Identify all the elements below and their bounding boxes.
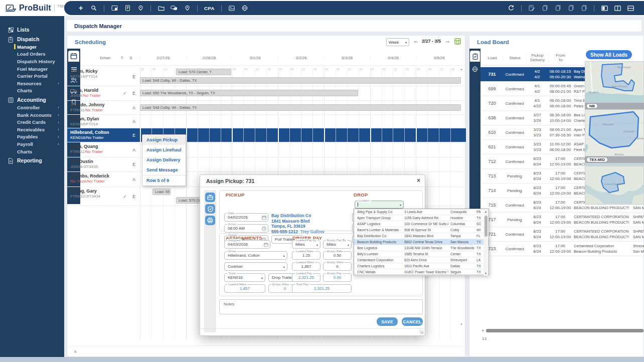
save-button[interactable]: SAVE <box>377 317 398 326</box>
driver-row-phan-quang[interactable]: Phan, QuangFTR011/No TrailerA <box>67 142 466 157</box>
empty-pay-field[interactable]: Empty Pay0.00 <box>323 273 352 282</box>
driver-timeline[interactable]: Load: 548 Colby, WI - Dallas, TX <box>140 101 462 114</box>
driver-timeline[interactable] <box>140 142 462 157</box>
driver-row-hillebrand-colton[interactable]: Hillebrand, ColtonKEN016/No TrailerE <box>67 128 466 142</box>
print-button[interactable] <box>205 216 215 225</box>
location-option-bay-distribution-co[interactable]: Bay Distribution Co1841 Massaro BlvdTamp… <box>354 233 489 239</box>
sidebar-item-credit-cards[interactable]: Credit Cards‹ <box>0 118 64 126</box>
layout-split-icon[interactable] <box>601 5 608 12</box>
driver-row-betts-harold[interactable]: Betts, HaroldJI3434/No Trailer✓ELoad: 65… <box>67 86 466 101</box>
load-map-icon[interactable] <box>469 64 480 75</box>
driver-timeline[interactable] <box>140 128 462 142</box>
sidebar-item-dispatch[interactable]: Dispatch <box>0 35 64 43</box>
menu-item-assign-pickup[interactable]: Assign Pickup <box>142 135 186 145</box>
location-option-certainteed-corporation[interactable]: Certainteed Corporation620 Aero DriveShr… <box>354 257 489 263</box>
dropdown-scrollbar[interactable]: ▲▼ <box>484 210 488 275</box>
close-icon[interactable]: × <box>417 177 420 184</box>
calendar-export-icon[interactable] <box>454 38 461 45</box>
location-option-cnc-metals[interactable]: CNC MetalsGVEC Power Tower Electric V...… <box>354 269 489 275</box>
cancel-button[interactable]: CANCEL <box>402 317 423 326</box>
next-week-button[interactable]: → <box>445 38 450 44</box>
layout-columns-icon[interactable] <box>614 5 621 12</box>
sidebar-item-load-orders[interactable]: Load Orders <box>0 51 64 58</box>
assigned-date-field[interactable]: Assigned04/03/2026 <box>224 240 270 249</box>
sidebar-item-carrier-portal[interactable]: Carrier Portal <box>0 72 64 80</box>
horizontal-scrollbar[interactable]: ◄ <box>481 329 643 333</box>
scrollbar-thumb[interactable] <box>485 216 488 237</box>
location-option-billy-s-lumber[interactable]: Billy's Lumber1585 Tenaha StCenterTX <box>354 251 489 257</box>
location-option-asap-logistics[interactable]: ASAP Logistics100 Commerce Dr NE Suite A… <box>354 221 489 227</box>
loaded-pay-by-select[interactable]: Loaded Pay ByMiles▾ <box>292 240 320 249</box>
resize-handle[interactable] <box>420 330 423 334</box>
sidebar-item-charts[interactable]: Charts <box>0 148 64 155</box>
driver-row-baton-ricky[interactable]: Baton, RickyFRT014/FT014ELoad: 570 Cente… <box>67 67 466 86</box>
load-bar[interactable]: Load: 650 The Woodlands, TX - Seguin, TX <box>140 90 358 96</box>
load-bar[interactable]: Load: 548 Colby, WI - Dallas, TX <box>140 77 461 84</box>
load-row-721[interactable]: 721Confirmed8/238/2417:0012:00-19:00CERT… <box>480 227 644 242</box>
scrollbar-thumb[interactable] <box>486 329 643 332</box>
modal-title-bar[interactable]: Assign Pickup: 731 <box>200 175 425 187</box>
notes-input[interactable]: Notes <box>219 299 423 314</box>
location-option-baum-s-lumber-materials[interactable]: Baum's Lumber & Materials508 W Spence St… <box>354 227 489 233</box>
drop-location-select[interactable]: Location▾ <box>355 201 404 209</box>
sidebar-item-lists[interactable]: Lists <box>0 26 64 34</box>
driver-select[interactable]: DriverHillebrand, Colton▾ <box>224 251 287 260</box>
loads-tab-icon[interactable] <box>470 51 480 62</box>
sidebar-item-reporting[interactable]: Reporting <box>0 156 64 164</box>
view-select[interactable]: Week ▾ <box>386 38 409 46</box>
doc-book-icon[interactable] <box>580 5 587 12</box>
driver-timeline[interactable] <box>140 115 462 128</box>
map-pin-icon[interactable] <box>184 5 191 12</box>
globe-icon[interactable] <box>241 5 248 12</box>
total-pay-field[interactable]: Total Pay2,321.25 <box>292 284 352 293</box>
empty-pay-by-select[interactable]: Empty Pay ByMiles▾ <box>323 240 352 249</box>
sidebar-item-manager[interactable]: Manager <box>0 43 64 51</box>
loaded-miles-field[interactable]: Loaded Miles1,857 <box>224 284 265 293</box>
calendar-tab-icon[interactable] <box>68 51 79 62</box>
codriver-select[interactable]: Codriver▾ <box>224 262 287 271</box>
load-bar[interactable]: Load: 570 Center, T <box>176 69 231 75</box>
driver-row-brown-dylan[interactable]: Brown, DylanKEN016/FT014A <box>67 115 466 128</box>
sidebar-item-fuel-manager[interactable]: Fuel Manager <box>0 65 64 73</box>
sidebar-item-bank-accounts[interactable]: Bank Accounts‹ <box>0 111 64 119</box>
sidebar-item-charts[interactable]: Charts <box>0 87 64 95</box>
photo-icon[interactable] <box>228 5 235 12</box>
driver-timeline[interactable]: Load: 570 Center, TLoad: 548 Colby, WI -… <box>140 67 462 86</box>
add-icon[interactable]: + <box>77 5 84 12</box>
sidebar-item-payables[interactable]: Payables‹ <box>0 133 64 141</box>
doc-grid-icon[interactable] <box>541 5 548 12</box>
folder-icon[interactable] <box>157 5 165 12</box>
driver-timeline[interactable]: Load: 650 The Woodlands, TX - Seguin, TX <box>140 86 462 100</box>
sidebar-item-receivables[interactable]: Receivables‹ <box>0 126 64 133</box>
scroll-up-icon[interactable]: ▲ <box>460 68 463 71</box>
load-row-717[interactable]: 717Pending8/238/2417:0012:00-19:00CERTAI… <box>480 213 644 227</box>
sidebar-item-controller[interactable]: Controller‹ <box>0 104 64 111</box>
pay-empty-miles-field[interactable]: Empty Miles0 <box>323 262 352 271</box>
menu-item-send-message[interactable]: Send Message <box>142 165 186 175</box>
load-bar[interactable]: Load: 548 Colby, WI - Dallas, TX <box>140 104 461 111</box>
chat-icon[interactable] <box>171 5 178 12</box>
driver-timeline[interactable] <box>140 157 462 171</box>
sidebar-item-resources[interactable]: Resources‹ <box>0 80 64 87</box>
shield-button[interactable] <box>205 204 215 214</box>
pay-loaded-miles-field[interactable]: Loaded Miles1,857 <box>292 262 320 271</box>
location-option-apex-transport-group[interactable]: Apex Transport Group1155 Dairy Ashford R… <box>354 215 489 221</box>
load-bar[interactable]: Load: 55 <box>152 189 171 195</box>
location-option-charters-logistics[interactable]: Charters Logistics1910 Pacific AveDallas… <box>354 263 489 269</box>
location-option-alleg-pipe-supply-co[interactable]: Alleg Pipe & Supply Co3 Lewis AveCoraopo… <box>354 209 489 215</box>
scroll-up-icon[interactable]: ▲ <box>484 210 488 213</box>
empty-rate-field[interactable]: Empty Rate0.50 <box>323 251 352 260</box>
sidebar-item-dispatch-history[interactable]: Dispatch History <box>0 58 64 65</box>
location-option-bee-logistics[interactable]: Bee Logistics13148 NW 104th TerraceThe W… <box>354 245 489 251</box>
doc-list-icon[interactable] <box>554 5 561 12</box>
driver-row-till-dustin[interactable]: Till, DustinJI3434/JIT3435E <box>67 157 466 172</box>
menu-item-assign-linehaul[interactable]: Assign Linehaul <box>142 145 186 155</box>
cpa-button[interactable]: CPA <box>204 6 215 11</box>
map-tex-mid[interactable]: United States <box>585 163 644 205</box>
document-icon[interactable] <box>124 5 131 12</box>
loaded-rate-field[interactable]: Loaded Rate1.25 <box>292 251 320 260</box>
map-louisiana[interactable]: MississippiNew OrleansHouston <box>585 61 644 103</box>
pickup-arrive-field[interactable]: Arrive08:00 AM <box>224 224 268 233</box>
scroll-down-icon[interactable]: ▼ <box>484 272 488 275</box>
load-row-723[interactable]: 723Confirmed8/238/2417:0012:00-19:00Cert… <box>480 242 644 256</box>
